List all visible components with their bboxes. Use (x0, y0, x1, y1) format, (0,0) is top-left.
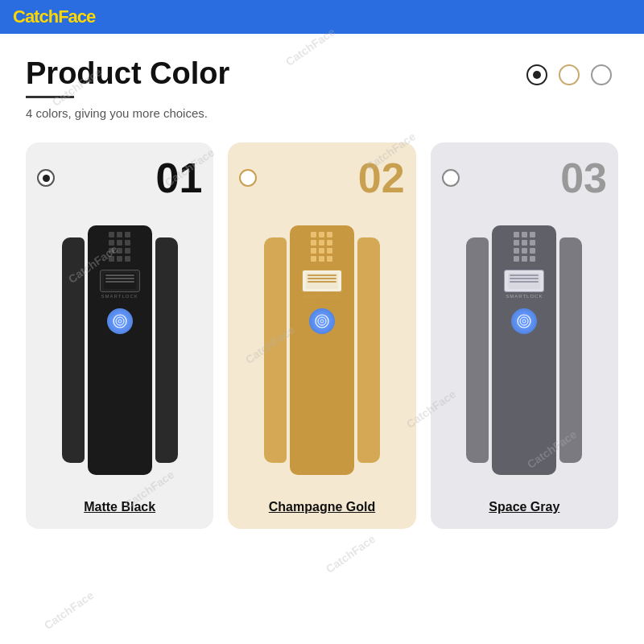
lock-right-panel-gray (559, 237, 582, 463)
lock-right-panel-black (155, 237, 178, 463)
logo-part2: Face (58, 6, 95, 27)
card-header-black: 01 (37, 157, 202, 199)
svg-point-2 (118, 320, 122, 323)
fingerprint-btn-gold (309, 308, 335, 334)
card-number-gray: 03 (560, 157, 607, 199)
lock-left-panel-gold (264, 237, 287, 463)
color-dot-gray[interactable] (591, 64, 612, 85)
svg-point-7 (520, 317, 528, 325)
lock-brand-black: SMARTLOCK (101, 294, 138, 299)
card-radio-black[interactable] (37, 169, 55, 187)
svg-point-5 (320, 320, 324, 323)
lock-image-gold: SMARTLOCK (239, 215, 404, 485)
card-number-black: 01 (155, 157, 202, 199)
main-content: Product Color 4 colors, giving you more … (0, 34, 644, 545)
color-label-gray: Space Gray (489, 500, 559, 514)
card-header-gray: 03 (442, 157, 607, 199)
lock-screen-black (100, 270, 140, 292)
keypad-black (104, 225, 135, 268)
card-radio-gold[interactable] (239, 169, 257, 187)
color-selector (526, 64, 612, 85)
header-bar: CatchFace (0, 0, 644, 34)
lock-brand-gold: SMARTLOCK (303, 294, 341, 299)
lock-brand-gray: SMARTLOCK (506, 294, 543, 299)
fingerprint-btn-black (107, 308, 133, 334)
cards-container: 01 (26, 142, 618, 529)
svg-point-1 (116, 317, 124, 325)
logo-part1: Catch (13, 6, 58, 27)
lock-screen-gray (504, 270, 544, 292)
lock-right-panel-gold (357, 237, 380, 463)
card-radio-gray[interactable] (442, 169, 460, 187)
svg-point-6 (518, 315, 530, 328)
lock-assembly-gold: SMARTLOCK (242, 217, 402, 483)
color-card-gray[interactable]: 03 (431, 142, 618, 529)
svg-point-0 (114, 315, 126, 328)
svg-point-4 (318, 317, 326, 325)
fingerprint-btn-gray (511, 308, 537, 334)
lock-body-black: SMARTLOCK (88, 225, 152, 475)
color-label-black: Matte Black (84, 500, 155, 514)
card-number-gold: 02 (358, 157, 405, 199)
color-dot-gold[interactable] (559, 64, 580, 85)
svg-point-3 (316, 315, 328, 328)
lock-left-panel-gray (466, 237, 489, 463)
lock-image-gray: SMARTLOCK (442, 215, 607, 485)
lock-body-gray: SMARTLOCK (492, 225, 556, 475)
title-underline (26, 96, 74, 98)
card-header-gold: 02 (239, 157, 404, 199)
section-subtitle: 4 colors, giving you more choices. (26, 106, 618, 120)
color-card-black[interactable]: 01 (26, 142, 213, 529)
color-dot-black[interactable] (526, 64, 547, 85)
lock-image-black: SMARTLOCK (37, 215, 202, 485)
color-card-gold[interactable]: 02 (228, 142, 415, 529)
lock-body-gold: SMARTLOCK (290, 225, 354, 475)
lock-left-panel-black (62, 237, 85, 463)
brand-logo: CatchFace (13, 6, 95, 27)
keypad-gold (306, 225, 337, 268)
keypad-gray (509, 225, 540, 268)
color-label-gold: Champagne Gold (269, 500, 375, 514)
lock-assembly-black: SMARTLOCK (39, 217, 200, 483)
lock-assembly-gray: SMARTLOCK (444, 217, 605, 483)
svg-point-8 (522, 320, 526, 323)
lock-screen-gold (302, 270, 342, 292)
